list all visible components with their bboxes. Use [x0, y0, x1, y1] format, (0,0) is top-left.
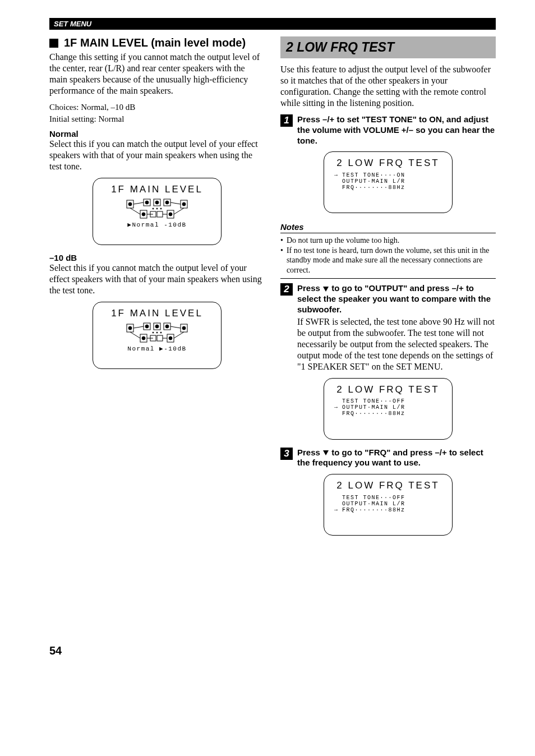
notes-list: •Do not turn up the volume too high. •If… [280, 236, 496, 279]
lcd-line: FRQ········88Hz [342, 185, 405, 191]
svg-rect-13 [157, 211, 163, 217]
lcd-line: TEST TONE···OFF [342, 495, 405, 501]
svg-line-41 [133, 326, 144, 328]
lcd-display-normal: 1F MAIN LEVEL [93, 178, 222, 245]
svg-point-28 [145, 325, 149, 328]
svg-point-3 [145, 201, 149, 204]
lcd-title: 1F MAIN LEVEL [99, 184, 215, 195]
lcd-display-step1: 2 LOW FRQ TEST →TEST TONE····ON OUTPUT·M… [324, 151, 453, 213]
svg-point-24 [160, 208, 162, 209]
section-banner: 2 LOW FRQ TEST [280, 36, 496, 58]
step-3: 3 Press to go to "FRQ" and press –/+ to … [280, 448, 496, 469]
section-heading-1f: 1F MAIN LEVEL (main level mode) [49, 36, 265, 49]
cursor-icon: → [334, 172, 339, 178]
down-triangle-icon [323, 287, 329, 292]
lcd-line: TEST TONE····ON [342, 172, 405, 178]
svg-line-44 [174, 332, 184, 338]
svg-point-34 [182, 326, 186, 330]
lcd-line: TEST TONE···OFF [342, 398, 405, 404]
lcd-line: OUTPUT·MAIN L/R [342, 178, 405, 185]
minus10-label: –10 dB [49, 253, 265, 262]
svg-point-40 [169, 336, 172, 340]
lcd-display-step3: 2 LOW FRQ TEST TEST TONE···OFF OUTPUT·MA… [324, 474, 453, 536]
svg-point-47 [153, 332, 154, 333]
lcd-line: FRQ········88Hz [342, 507, 405, 513]
step-number-icon: 2 [280, 283, 293, 296]
lcd-display-minus10: 1F MAIN LEVEL [93, 302, 222, 369]
lcd-title: 2 LOW FRQ TEST [330, 480, 446, 491]
note-item: •If no test tone is heard, turn down the… [280, 246, 496, 275]
svg-line-43 [130, 332, 140, 338]
svg-point-11 [142, 213, 145, 216]
lcd-title: 2 LOW FRQ TEST [330, 384, 446, 395]
right-intro: Use this feature to adjust the output le… [280, 64, 496, 109]
step-2-body: If SWFR is selected, the test tone above… [297, 316, 496, 372]
normal-body: Select this if you can match the output … [49, 139, 265, 172]
svg-point-30 [155, 325, 159, 328]
intro-paragraph: Change this setting if you cannot match … [49, 52, 265, 96]
svg-point-22 [153, 208, 154, 209]
svg-point-32 [165, 325, 169, 328]
minus10-body: Select this if you cannot match the outp… [49, 262, 265, 296]
cursor-icon: → [334, 404, 339, 411]
svg-point-5 [155, 201, 159, 204]
down-triangle-icon [323, 450, 329, 455]
note-item: •Do not turn up the volume too high. [280, 236, 496, 246]
svg-point-23 [156, 208, 158, 209]
step-2-instruction: Press to go to "OUTPUT" and press –/+ to… [297, 283, 496, 315]
svg-point-49 [160, 332, 162, 333]
section-heading-text: 1F MAIN LEVEL (main level mode) [64, 36, 246, 49]
right-column: 2 LOW FRQ TEST Use this feature to adjus… [280, 34, 496, 543]
lcd-line: FRQ········88Hz [342, 411, 405, 417]
svg-line-16 [133, 202, 144, 204]
svg-point-26 [128, 326, 132, 330]
square-bullet-icon [49, 39, 58, 48]
lcd-options: Normal ▶-10dB [99, 345, 215, 353]
lcd-options: ▶Normal -10dB [99, 222, 215, 229]
svg-point-7 [165, 201, 169, 204]
notes-heading: Notes [280, 221, 496, 233]
speaker-layout-icon [123, 322, 191, 344]
lcd-title: 2 LOW FRQ TEST [330, 158, 446, 169]
cursor-icon: → [334, 507, 339, 513]
svg-point-15 [169, 213, 172, 216]
step-2: 2 Press to go to "OUTPUT" and press –/+ … [280, 283, 496, 315]
svg-line-19 [174, 208, 184, 214]
lcd-line: OUTPUT·MAIN L/R [342, 404, 405, 411]
svg-rect-38 [157, 335, 163, 341]
svg-point-1 [128, 202, 132, 206]
normal-label: Normal [49, 129, 265, 139]
svg-point-9 [182, 202, 186, 206]
step-number-icon: 1 [280, 114, 293, 127]
lcd-line: OUTPUT·MAIN L/R [342, 501, 405, 507]
page-number: 54 [49, 644, 496, 657]
header-bar: SET MENU [49, 18, 496, 30]
step-3-instruction: Press to go to "FRQ" and press –/+ to se… [297, 448, 496, 469]
lcd-display-step2: 2 LOW FRQ TEST TEST TONE···OFF →OUTPUT·M… [324, 378, 453, 440]
initial-setting-line: Initial setting: Normal [49, 114, 265, 125]
svg-point-48 [156, 332, 158, 333]
svg-line-42 [170, 326, 181, 328]
svg-point-36 [142, 336, 145, 340]
svg-line-18 [130, 208, 140, 214]
step-1: 1 Press –/+ to set "TEST TONE" to ON, an… [280, 114, 496, 146]
lcd-title: 1F MAIN LEVEL [99, 308, 215, 319]
step-1-instruction: Press –/+ to set "TEST TONE" to ON, and … [297, 114, 496, 146]
left-column: 1F MAIN LEVEL (main level mode) Change t… [49, 34, 265, 543]
speaker-layout-icon [123, 198, 191, 220]
step-number-icon: 3 [280, 448, 293, 460]
choices-line: Choices: Normal, –10 dB [49, 102, 265, 113]
svg-line-17 [170, 202, 181, 204]
